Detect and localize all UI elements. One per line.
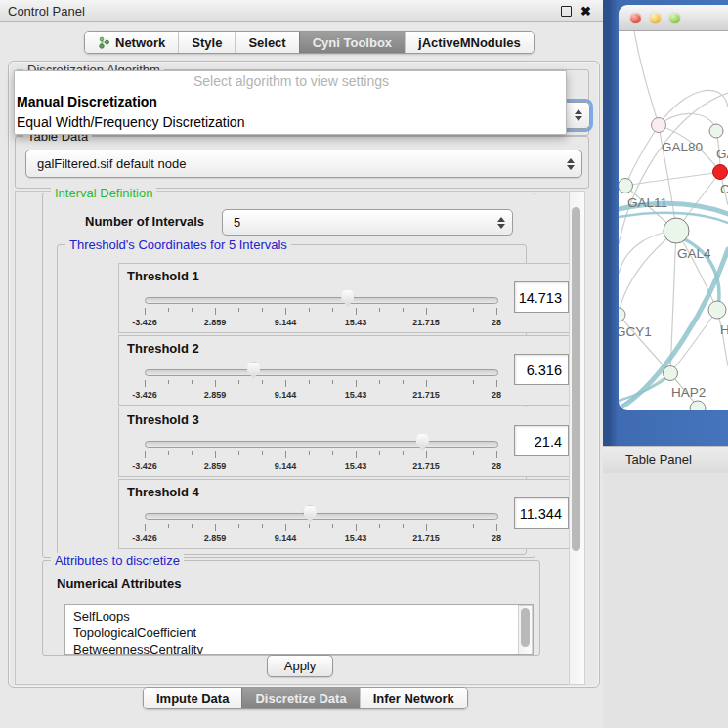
tab-select[interactable]: Select (235, 32, 298, 53)
node-label-gcy1: GCY1 (619, 324, 652, 339)
threshold-slider-thumb[interactable] (247, 363, 260, 379)
table-panel-body: ⚙ ☑☑ shared...n YDL19...YDL1YDR27...YDR2… (603, 473, 728, 728)
tab-label: Impute Data (156, 691, 229, 706)
zoom-traffic-light-icon[interactable] (669, 13, 680, 23)
tab-network[interactable]: Network (85, 32, 178, 53)
slider-tick-label: 15.43 (345, 461, 367, 471)
threshold-panel-3: Threshold 3-3.4262.8599.14415.4321.71528… (118, 407, 577, 477)
slider-tick (473, 451, 474, 455)
interval-definition-group: Interval Definition Number of Intervals … (42, 193, 535, 558)
node-hap2[interactable] (664, 366, 678, 381)
slider-tick-label: -3.426 (132, 390, 157, 400)
threshold-panel-2: Threshold 2-3.4262.8599.14415.4321.71528… (118, 335, 577, 406)
tab-impute-data[interactable]: Impute Data (144, 688, 241, 708)
threshold-value-field[interactable]: 14.713 (514, 281, 569, 313)
close-traffic-light-icon[interactable] (630, 13, 641, 23)
node-bottom[interactable] (690, 401, 706, 410)
slider-tick (215, 380, 216, 387)
tab-jactivemnodules[interactable]: jActiveMNodules (405, 32, 534, 53)
slider-tick (473, 524, 474, 528)
node-label-h: H (720, 322, 728, 337)
slider-tick (496, 380, 497, 387)
float-window-icon[interactable] (561, 6, 572, 17)
num-intervals-combobox[interactable]: 5 (222, 209, 513, 236)
node-label-gal80: GAL80 (662, 140, 703, 154)
cyni-toolbox-panel: Discretization Algorithm Table Data galF… (8, 61, 600, 688)
tab-label: Network (115, 35, 165, 50)
attribute-list-item[interactable]: TopologicalCoefficient (65, 624, 533, 641)
tab-discretize-data[interactable]: Discretize Data (241, 688, 359, 708)
node-gcy1[interactable] (619, 308, 625, 321)
slider-tick (403, 308, 404, 312)
slider-tick (426, 524, 427, 531)
thresholds-group: Threshold's Coordinates for 5 Intervals … (57, 244, 527, 555)
attribute-list-item[interactable]: SelfLoops (65, 608, 533, 624)
network-icon (98, 36, 110, 49)
apply-button[interactable]: Apply (267, 655, 333, 677)
tab-infer-network[interactable]: Infer Network (360, 688, 467, 708)
slider-tick (403, 524, 404, 528)
slider-tick (168, 451, 169, 455)
slider-tick (426, 380, 427, 387)
table-data-value: galFiltered.sif default node (37, 156, 186, 171)
minimize-traffic-light-icon[interactable] (650, 13, 661, 23)
threshold-slider-track[interactable] (145, 441, 498, 448)
threshold-slider-thumb[interactable] (416, 434, 429, 450)
slider-tick (215, 308, 216, 315)
node-top-right[interactable] (709, 124, 723, 138)
slider-tick (215, 451, 216, 458)
tab-style[interactable]: Style (178, 32, 235, 53)
bottom-tab-bar: Impute DataDiscretize DataInfer Network (143, 687, 468, 709)
network-window-titlebar[interactable] (619, 5, 728, 31)
slider-tick (403, 451, 404, 455)
threshold-slider-track[interactable] (145, 369, 498, 376)
slider-tick (192, 524, 193, 528)
table-panel-title: Table Panel (625, 452, 692, 467)
threshold-slider-thumb[interactable] (341, 290, 354, 307)
node-h[interactable] (708, 301, 726, 319)
slider-tick (262, 380, 263, 384)
threshold-slider-track[interactable] (145, 513, 498, 520)
numerical-attributes-label: Numerical Attributes (57, 577, 181, 591)
network-canvas[interactable]: GAL80GACGAL11GAL4GCY1HHAP2 (619, 31, 728, 410)
node-gal4[interactable] (664, 218, 689, 243)
interval-definition-title: Interval Definition (51, 186, 156, 200)
dropdown-item-manual[interactable]: Manual Discretization (15, 92, 566, 112)
slider-tick (262, 524, 263, 528)
threshold-label: Threshold 2 (127, 341, 199, 356)
slider-tick-label: 21.715 (412, 390, 440, 400)
threshold-value-field[interactable]: 11.344 (514, 497, 569, 529)
slider-tick (309, 451, 310, 455)
tab-label: Cyni Toolbox (313, 35, 392, 50)
threshold-value-field[interactable]: 6.316 (514, 354, 569, 385)
attribute-list-item[interactable]: BetweennessCentrality (65, 641, 533, 655)
threshold-slider-thumb[interactable] (304, 506, 317, 523)
algorithm-dropdown-popup: Select algorithm to view settings Manual… (14, 70, 567, 135)
dropdown-item-equal-width[interactable]: Equal Width/Frequency Discretization (15, 112, 566, 133)
node-left[interactable] (619, 179, 633, 193)
threshold-panel-1: Threshold 1-3.4262.8599.14415.4321.71528… (118, 263, 577, 333)
tab-cyni-toolbox[interactable]: Cyni Toolbox (299, 32, 405, 53)
slider-tick (215, 524, 216, 531)
list-scrollbar[interactable] (518, 605, 533, 655)
close-icon[interactable]: ✖ (580, 5, 591, 18)
tab-label: Style (192, 35, 222, 50)
slider-tick (356, 451, 357, 458)
slider-tick (285, 308, 286, 315)
threshold-slider-track[interactable] (145, 297, 498, 304)
node-red[interactable] (713, 165, 728, 180)
network-edge (634, 31, 659, 125)
node-gal80[interactable] (652, 118, 666, 133)
slider-tick-label: 28 (492, 461, 501, 471)
control-panel-titlebar: Control Panel ✖ (0, 0, 603, 22)
threshold-value-field[interactable]: 21.4 (514, 425, 569, 456)
numerical-attributes-list[interactable]: SelfLoopsTopologicalCoefficientBetweenne… (64, 604, 534, 655)
table-data-group: Table Data galFiltered.sif default node (15, 136, 589, 189)
slider-tick (238, 308, 239, 312)
slider-tick (262, 451, 263, 455)
tab-label: Select (248, 35, 285, 50)
threshold-label: Threshold 3 (127, 412, 199, 427)
panel-scrollbar[interactable] (569, 191, 585, 685)
table-data-combobox[interactable]: galFiltered.sif default node (25, 150, 582, 178)
slider-tick (379, 524, 380, 528)
